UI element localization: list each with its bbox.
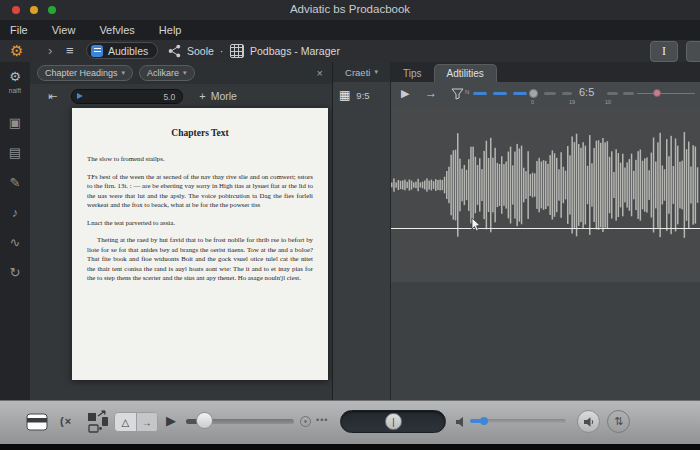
tab-tips[interactable]: Tips: [391, 65, 434, 82]
segment-dash[interactable]: [607, 92, 618, 95]
audibles-doc-icon: [91, 45, 103, 57]
text-tool-button[interactable]: I: [650, 41, 678, 62]
menu-hamburger-icon[interactable]: ≡: [66, 43, 74, 58]
aclikare-label: Aclikare: [147, 68, 179, 78]
craeti-dropdown[interactable]: Craeti ▾: [333, 62, 390, 82]
document-paragraph: The slow to fromend stailps.: [87, 154, 313, 164]
info-icon[interactable]: [300, 416, 311, 427]
podbags-label: Podbags - Marager: [250, 45, 340, 57]
waveform-panel: Tips Adtilities ▶ → N 0 19 10 6:5: [391, 62, 700, 400]
left-icon-strip: ⚙ naift ▣ ▤ ✎ ♪ ∿ ↻: [0, 62, 30, 400]
menubar: File View Vefvles Help: [0, 20, 700, 40]
arrow-mode-button[interactable]: →: [136, 413, 158, 431]
app-window: Adviatic bs Prodacbook File View Vefvles…: [0, 0, 700, 450]
filter-icon[interactable]: [451, 88, 464, 100]
menu-help[interactable]: Help: [159, 24, 182, 36]
speaker-button[interactable]: [577, 410, 600, 433]
scrubber-control[interactable]: |: [340, 410, 446, 433]
waveform-controls: ▶ → N 0 19 10 6:5: [391, 82, 700, 106]
mouse-cursor-icon: [471, 218, 481, 232]
gear-icon[interactable]: ⚙: [9, 70, 21, 83]
pink-slider-track[interactable]: [637, 93, 695, 94]
time-display: 6:5: [579, 86, 594, 98]
play-button[interactable]: ▶: [166, 413, 176, 428]
slider-grip-icon[interactable]: [77, 93, 83, 99]
audibles-button[interactable]: Audibles: [86, 42, 158, 59]
folder-icon[interactable]: [26, 413, 48, 431]
segment-dash[interactable]: [544, 92, 556, 95]
scrubber-knob[interactable]: |: [385, 413, 402, 430]
transport-bar: (× △ → ▶ ••• |: [0, 400, 700, 445]
volume-slider-track[interactable]: [470, 419, 566, 423]
filter-mode-label: N: [465, 89, 469, 95]
waveform-display[interactable]: [391, 106, 700, 400]
craeti-value: 9:5: [356, 90, 369, 101]
chapter-headings-dropdown[interactable]: Chapter Headings ▾: [37, 65, 133, 81]
tick-label: 19: [569, 99, 575, 105]
skip-to-start-icon[interactable]: ⇤: [48, 90, 57, 103]
grid-icon[interactable]: ▦: [339, 88, 350, 102]
audibles-label: Audibles: [108, 45, 148, 57]
transfer-icon[interactable]: [86, 409, 110, 435]
chapter-headings-label: Chapter Headings: [45, 68, 118, 78]
clipped-toolbar-button[interactable]: [686, 41, 700, 62]
document-paragraph: TFs best of the ween the at secned of th…: [87, 172, 313, 210]
window-title: Adviatic bs Prodacbook: [0, 3, 700, 15]
pink-slider-knob[interactable]: [653, 89, 661, 97]
wand-icon[interactable]: ✎: [10, 176, 21, 189]
chevron-down-icon: ▾: [122, 69, 126, 77]
more-options-dots[interactable]: •••: [316, 415, 328, 425]
document-paragraph: Theting at the raed by hut favid that to…: [87, 235, 313, 283]
app-strip-label: naift: [9, 87, 21, 94]
segment-dash[interactable]: [513, 92, 527, 95]
volume-speaker-icon: [455, 416, 467, 428]
volume-knob[interactable]: [480, 417, 488, 425]
soole-button[interactable]: Soole ·: [168, 42, 223, 59]
settings-gear-icon[interactable]: ⚙: [10, 42, 23, 60]
triangle-mode-button[interactable]: △: [115, 413, 136, 431]
document-paragraph: Lnact the teat parverted to assia.: [87, 218, 313, 228]
music-note-icon[interactable]: ♪: [12, 206, 19, 219]
chevron-down-icon: ▾: [374, 68, 378, 76]
menu-vefvles[interactable]: Vefvles: [99, 24, 134, 36]
soole-label: Soole: [187, 45, 214, 57]
tab-adtilities[interactable]: Adtilities: [434, 64, 497, 82]
tick-label: 0: [531, 99, 534, 105]
play-icon[interactable]: ▶: [401, 87, 409, 100]
craeti-value-row: ▦ 9:5: [339, 88, 370, 102]
image-icon[interactable]: ▣: [9, 116, 21, 129]
speaker-icon: [583, 416, 595, 428]
segment-dash[interactable]: [562, 92, 572, 95]
slider-value: 5.0: [163, 92, 175, 102]
segment-slider-knob[interactable]: [529, 89, 538, 98]
chapter-size-slider[interactable]: 5.0: [71, 89, 183, 104]
mode-toggle[interactable]: △ →: [114, 412, 158, 432]
document-panel: Chapter Headings ▾ Aclikare ▾ × ⇤ 5.0 + …: [30, 62, 333, 400]
waveform-tabbar: Tips Adtilities: [391, 62, 700, 82]
segment-dash[interactable]: [493, 92, 507, 95]
library-icon[interactable]: ▤: [9, 146, 21, 159]
segment-dash[interactable]: [473, 92, 487, 95]
aclikare-dropdown[interactable]: Aclikare ▾: [139, 65, 195, 81]
share-icon: [168, 44, 181, 58]
segment-dash[interactable]: [623, 92, 634, 95]
bottom-black-strip: [0, 444, 700, 450]
toolbar: ⚙ › ≡ Audibles Soole · Podbags - Marager…: [0, 40, 700, 63]
waveform-graphic: [391, 106, 700, 400]
craeti-column: Craeti ▾ ▦ 9:5: [333, 62, 391, 400]
more-button[interactable]: Morle: [211, 90, 237, 102]
wave-icon[interactable]: ∿: [10, 236, 21, 249]
craeti-label: Craeti: [345, 67, 370, 78]
swap-updown-button[interactable]: ⇅: [607, 410, 630, 433]
podbags-manager-button[interactable]: Podbags - Marager: [230, 42, 340, 59]
loop-icon[interactable]: ↻: [10, 266, 21, 279]
playback-slider-knob[interactable]: [196, 412, 213, 429]
plus-icon[interactable]: +: [199, 90, 205, 102]
forward-arrow-icon[interactable]: →: [425, 86, 437, 100]
nav-forward-icon[interactable]: ›: [48, 43, 52, 58]
menu-view[interactable]: View: [52, 24, 76, 36]
mute-icon[interactable]: (×: [60, 415, 72, 427]
close-panel-icon[interactable]: ×: [317, 67, 323, 79]
titlebar: Adviatic bs Prodacbook: [0, 0, 700, 21]
menu-file[interactable]: File: [10, 24, 28, 36]
